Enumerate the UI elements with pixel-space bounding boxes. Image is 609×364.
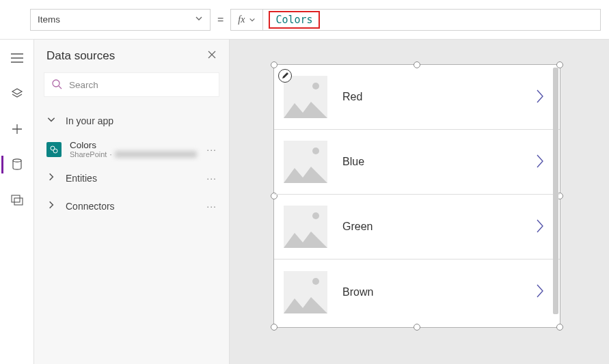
gallery-row[interactable]: Green [274, 195, 560, 260]
formula-token: Colors [269, 11, 319, 29]
search-icon [51, 79, 62, 92]
more-icon[interactable]: ··· [206, 173, 217, 184]
chevron-right-icon[interactable] [535, 219, 545, 236]
image-placeholder-icon [284, 141, 327, 183]
data-icon[interactable] [1, 156, 30, 173]
scrollbar[interactable] [553, 68, 558, 324]
data-source-provider: SharePoint [70, 150, 107, 158]
chevron-down-icon [46, 115, 57, 126]
gallery-control[interactable]: Red Blue [273, 64, 560, 328]
search-field[interactable] [69, 80, 212, 90]
fx-label: fx [238, 14, 245, 25]
property-selector-label: Items [38, 14, 60, 25]
property-selector[interactable]: Items [30, 9, 211, 31]
image-placeholder-icon [284, 76, 327, 118]
add-icon[interactable] [3, 120, 31, 138]
image-placeholder-icon [284, 206, 327, 248]
svg-rect-1 [12, 195, 20, 202]
gallery-row[interactable]: Red [274, 65, 560, 130]
section-label: Connectors [66, 201, 115, 212]
more-icon[interactable]: ··· [206, 144, 217, 155]
panel-title: Data sources [46, 49, 115, 63]
svg-point-0 [13, 159, 21, 162]
section-connectors[interactable]: Connectors ··· [34, 192, 229, 220]
section-label: In your app [66, 115, 113, 126]
image-placeholder-icon [284, 271, 327, 313]
tree-view-icon[interactable] [3, 49, 31, 67]
scrollbar-thumb[interactable] [553, 68, 558, 314]
chevron-down-icon [249, 14, 256, 25]
chevron-right-icon[interactable] [535, 283, 545, 300]
svg-rect-2 [14, 198, 23, 205]
gallery-item-title: Blue [342, 156, 520, 168]
section-label: Entities [66, 173, 97, 184]
sharepoint-icon [46, 142, 62, 157]
left-rail [0, 40, 34, 364]
gallery-item-title: Green [342, 221, 520, 233]
data-sources-panel: Data sources In your app C [34, 40, 230, 364]
fx-button[interactable]: fx [230, 9, 263, 31]
formula-bar: Items = fx Colors [0, 0, 609, 40]
chevron-right-icon[interactable] [535, 89, 545, 106]
data-source-account-redacted [115, 151, 197, 158]
insert-icon[interactable] [3, 85, 31, 102]
data-source-name: Colors [70, 140, 197, 150]
chevron-right-icon [46, 172, 57, 184]
section-in-your-app[interactable]: In your app [34, 107, 229, 135]
gallery-items: Red Blue [274, 65, 560, 327]
more-icon[interactable]: ··· [206, 201, 217, 212]
svg-point-3 [53, 80, 59, 87]
close-icon[interactable] [207, 50, 217, 62]
equals-sign: = [211, 14, 230, 26]
data-source-item[interactable]: Colors SharePoint · ··· [34, 135, 229, 164]
chevron-right-icon [46, 200, 57, 212]
gallery-row[interactable]: Blue [274, 130, 560, 195]
search-input[interactable] [44, 72, 219, 97]
gallery-item-title: Brown [342, 286, 520, 298]
gallery-item-title: Red [342, 91, 520, 103]
media-icon[interactable] [3, 191, 31, 209]
chevron-down-icon [195, 14, 203, 25]
gallery-row[interactable]: Brown [274, 260, 560, 324]
edit-icon[interactable] [278, 69, 292, 83]
chevron-right-icon[interactable] [535, 154, 545, 171]
section-entities[interactable]: Entities ··· [34, 164, 229, 192]
formula-input[interactable]: Colors [263, 9, 601, 31]
canvas[interactable]: Red Blue [230, 40, 609, 364]
svg-point-5 [53, 149, 57, 153]
